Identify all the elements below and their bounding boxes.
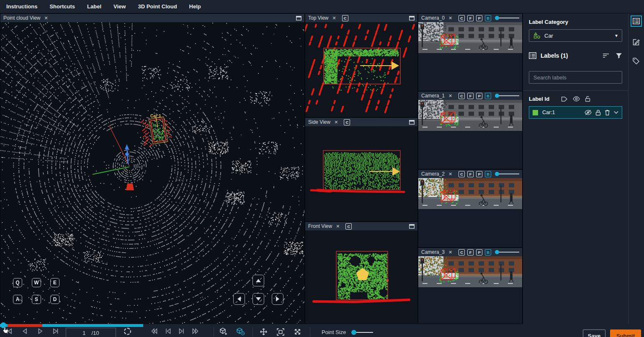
camera-b-button[interactable]: B <box>485 15 491 21</box>
camera-b-button[interactable]: B <box>485 249 491 255</box>
eye-off-icon[interactable] <box>585 110 592 115</box>
hotkey-e[interactable]: E <box>50 278 59 287</box>
side-view-canvas[interactable] <box>305 126 417 221</box>
pan-down-button[interactable] <box>252 293 264 305</box>
camera-opacity-slider[interactable] <box>495 93 519 99</box>
add-cuboid-icon[interactable] <box>219 327 228 335</box>
camera-b-button[interactable]: B <box>485 171 491 177</box>
camera-p-button[interactable]: P <box>476 93 482 99</box>
camera-canvas[interactable] <box>418 22 522 53</box>
step-forward-button[interactable] <box>178 328 185 334</box>
slider-thumb[interactable] <box>495 250 499 254</box>
camera-follow-button[interactable]: C <box>345 223 352 230</box>
sort-icon[interactable] <box>603 53 609 59</box>
maximize-window-icon[interactable] <box>409 224 415 229</box>
point-cloud-header: Point cloud View ✕ <box>0 14 304 22</box>
maximize-window-icon[interactable] <box>409 120 415 125</box>
search-labels-input[interactable] <box>529 71 622 84</box>
save-button[interactable]: Save <box>583 329 605 337</box>
camera-c-button[interactable]: C <box>459 249 465 255</box>
label-category-dropdown[interactable]: Car ▾ <box>529 29 622 42</box>
skip-to-start-button[interactable] <box>6 328 13 334</box>
seek-handle[interactable] <box>0 322 6 328</box>
menu-item-shortcuts[interactable]: Shortcuts <box>49 3 75 10</box>
cuboid-history-icon[interactable] <box>236 327 245 335</box>
close-icon[interactable]: ✕ <box>448 94 452 98</box>
previous-frame-button[interactable] <box>21 328 28 334</box>
slider-thumb[interactable] <box>495 94 499 98</box>
list-icon <box>633 18 640 24</box>
rewind-button[interactable] <box>151 328 157 334</box>
menu-item-3d-point-cloud[interactable]: 3D Point Cloud <box>138 3 177 10</box>
pan-up-button[interactable] <box>252 275 264 286</box>
camera-canvas[interactable] <box>418 256 522 287</box>
fast-forward-button[interactable] <box>192 328 199 334</box>
tag-icon[interactable] <box>561 96 568 102</box>
expand-view-icon[interactable] <box>294 328 301 336</box>
point-size-slider[interactable] <box>351 330 373 335</box>
move-tool-icon[interactable] <box>260 328 268 336</box>
camera-f-button[interactable]: F <box>467 249 474 255</box>
camera-f-button[interactable]: F <box>467 93 474 99</box>
hotkey-a[interactable]: A <box>13 295 22 304</box>
close-icon[interactable]: ✕ <box>336 224 340 229</box>
close-icon[interactable]: ✕ <box>44 16 48 20</box>
label-row-car-1[interactable]: Car:1 <box>529 106 622 119</box>
menu-item-label[interactable]: Label <box>87 3 101 10</box>
menu-item-view[interactable]: View <box>113 3 126 10</box>
chevron-down-icon[interactable] <box>614 111 618 114</box>
edit-attributes-tool[interactable] <box>632 38 640 46</box>
pan-left-button[interactable] <box>233 293 245 305</box>
hotkey-w[interactable]: W <box>32 278 41 287</box>
slider-thumb[interactable] <box>495 172 499 176</box>
front-view-canvas[interactable] <box>305 230 417 324</box>
camera-follow-button[interactable]: C <box>344 119 350 125</box>
camera-f-button[interactable]: F <box>467 171 474 177</box>
maximize-window-icon[interactable] <box>409 16 415 20</box>
slider-thumb[interactable] <box>351 330 356 335</box>
frame-current-value[interactable]: 1 <box>82 330 85 336</box>
maximize-window-icon[interactable] <box>296 16 301 20</box>
submit-button[interactable]: Submit <box>610 329 641 337</box>
menu-item-instructions[interactable]: Instructions <box>6 3 37 10</box>
close-icon[interactable]: ✕ <box>448 172 452 176</box>
camera-p-button[interactable]: P <box>476 249 482 255</box>
frame-counter[interactable]: 1 /10 <box>66 328 116 337</box>
camera-f-button[interactable]: F <box>467 15 474 21</box>
camera-canvas[interactable] <box>418 100 522 131</box>
labels-panel-tool[interactable] <box>631 15 642 27</box>
lock-icon[interactable] <box>595 110 601 116</box>
close-icon[interactable]: ✕ <box>448 250 452 255</box>
step-back-button[interactable] <box>165 328 171 334</box>
camera-p-button[interactable]: P <box>476 171 482 177</box>
close-icon[interactable]: ✕ <box>334 120 338 125</box>
camera-opacity-slider[interactable] <box>495 249 519 255</box>
close-icon[interactable]: ✕ <box>448 16 452 20</box>
camera-b-button[interactable]: B <box>485 93 491 99</box>
pan-right-button[interactable] <box>272 293 283 305</box>
hotkey-d[interactable]: D <box>50 295 59 304</box>
camera-c-button[interactable]: C <box>459 171 465 177</box>
arrow-up-icon <box>256 279 261 282</box>
unlock-icon[interactable] <box>585 96 590 102</box>
camera-p-button[interactable]: P <box>476 15 482 21</box>
top-view-canvas[interactable] <box>305 22 417 117</box>
menu-item-help[interactable]: Help <box>189 3 201 10</box>
hotkey-q[interactable]: Q <box>13 278 22 287</box>
camera-c-button[interactable]: C <box>459 93 465 99</box>
skip-to-end-button[interactable] <box>52 328 59 334</box>
filter-icon[interactable] <box>616 53 622 59</box>
slider-thumb[interactable] <box>495 16 499 20</box>
camera-opacity-slider[interactable] <box>495 15 519 21</box>
play-button[interactable] <box>37 328 44 334</box>
close-icon[interactable]: ✕ <box>332 16 336 20</box>
hotkey-s[interactable]: S <box>32 295 41 304</box>
fit-view-icon[interactable] <box>277 328 284 336</box>
trash-icon[interactable] <box>605 110 610 116</box>
camera-follow-button[interactable]: C <box>342 15 348 21</box>
eye-icon[interactable] <box>573 96 580 102</box>
camera-opacity-slider[interactable] <box>495 171 519 177</box>
tags-tool[interactable] <box>632 57 640 64</box>
camera-canvas[interactable] <box>418 178 522 209</box>
camera-c-button[interactable]: C <box>459 15 465 21</box>
